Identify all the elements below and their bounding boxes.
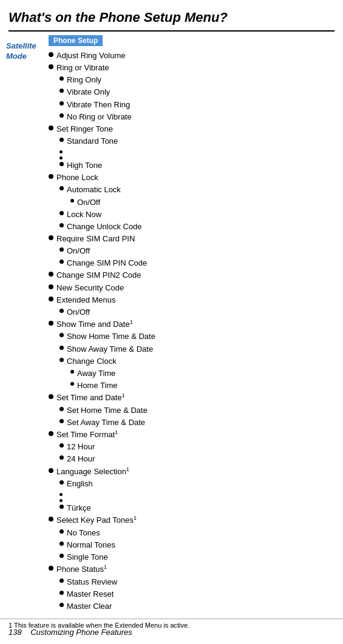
bullet-icon [49,126,53,130]
list-item: English [49,478,337,490]
bullet-icon [49,321,53,326]
list-item [49,147,337,153]
item-label: Show Time and Date1 [53,318,133,330]
phone-setup-header: Phone Setup [49,35,103,46]
item-label: English [64,478,93,490]
bullet-icon [59,419,64,423]
bullet-icon [59,211,64,215]
bullet-icon [59,554,64,558]
item-label: High Tone [64,159,102,172]
item-label: Adjust Ring Volume [53,50,125,62]
list-item: Set Time and Date1 [49,392,337,404]
page-title: What's on the Phone Setup Menu? [0,10,343,25]
item-label: Home Time [74,380,117,392]
list-item [49,153,337,159]
item-label: Set Away Time & Date [64,417,145,429]
item-label: On/Off [64,306,90,318]
list-item: High Tone [49,159,337,172]
list-item: Status Review [49,576,337,588]
item-label: Away Time [74,367,115,380]
bullet-icon [49,52,53,57]
item-label: Set Home Time & Date [64,404,148,417]
item-label: Vibrate Then Ring [64,99,130,111]
bullet-icon [59,223,64,227]
item-label: Show Away Time & Date [64,343,153,355]
bullet-icon [59,443,64,448]
list-item: Set Home Time & Date [49,404,337,417]
list-item: Lock Now [49,209,337,221]
list-item: Normal Tones [49,539,337,551]
page-number: 138 [8,628,22,637]
bullet-icon [59,407,64,411]
bullet-icon [59,480,64,485]
bullet-icon [59,591,64,595]
bullet-icon [59,162,64,166]
item-label: Change SIM PIN2 Code [53,269,141,281]
item-label: Set Time and Date1 [53,392,125,404]
bullet-icon [59,186,64,190]
list-item: Vibrate Only [49,86,337,98]
item-label: Extended Menus [53,294,116,306]
item-label: No Tones [64,527,100,539]
list-item: New Security Code [49,282,337,294]
bullet-icon [49,468,53,473]
bullet-icon [49,174,53,179]
menu-tree: Adjust Ring VolumeRing or VibrateRing On… [49,50,337,612]
item-label: Change Unlock Code [64,221,142,233]
bullet-icon [49,394,53,399]
list-item: Home Time [49,380,337,392]
bullet-icon [59,247,64,252]
list-item: Show Away Time & Date [49,343,337,355]
bullet-icon [59,455,64,460]
list-item: Master Clear [49,600,337,612]
bullet-icon [59,358,64,362]
bullet-icon [49,566,53,571]
item-label: Ring or Vibrate [53,62,109,74]
item-label: Single Tone [64,551,108,563]
list-item: Extended Menus [49,294,337,306]
list-item [49,490,337,496]
list-item: On/Off [49,196,337,209]
bullet-icon [49,64,53,69]
bullet-icon [49,297,53,301]
list-item: Standard Tone [49,135,337,147]
item-label: Change SIM PIN Code [64,257,147,269]
list-item: Change Clock [49,355,337,367]
list-item: Vibrate Then Ring [49,99,337,111]
list-item: 12 Hour [49,441,337,453]
item-label: Master Reset [64,588,114,600]
item-label: Normal Tones [64,539,115,551]
page-subtitle: Customizing Phone Features [30,628,132,637]
list-item: Master Reset [49,588,337,600]
item-label: 12 Hour [64,441,95,453]
item-label: On/Off [64,245,90,257]
item-label: Phone Lock [53,172,98,184]
item-label: 24 Hour [64,453,95,465]
item-label: On/Off [74,196,100,209]
list-item: Change Unlock Code [49,221,337,233]
item-label: Standard Tone [64,135,118,147]
list-item: Phone Lock [49,172,337,184]
list-item: Set Away Time & Date [49,417,337,429]
list-item: 24 Hour [49,453,337,465]
bullet-icon [49,431,53,436]
item-label: Select Key Pad Tones1 [53,514,137,526]
item-label: Status Review [64,576,117,588]
item-label: Türkçe [64,502,91,514]
list-item: Show Home Time & Date [49,330,337,343]
list-item: No Tones [49,527,337,539]
bullet-icon [59,101,64,106]
bullet-icon [49,284,53,289]
list-item: Phone Status1 [49,563,337,575]
list-item [49,496,337,502]
bullet-icon [59,309,64,313]
list-item: Ring Only [49,74,337,86]
list-item: Türkçe [49,502,337,514]
item-label: Master Clear [64,600,112,612]
list-item: Change SIM PIN Code [49,257,337,269]
item-label: Require SIM Card PIN [53,233,135,245]
bullet-icon [59,333,64,337]
item-label: Language Selection1 [53,466,129,478]
item-label: New Security Code [53,282,124,294]
list-item: No Ring or Vibrate [49,111,337,123]
